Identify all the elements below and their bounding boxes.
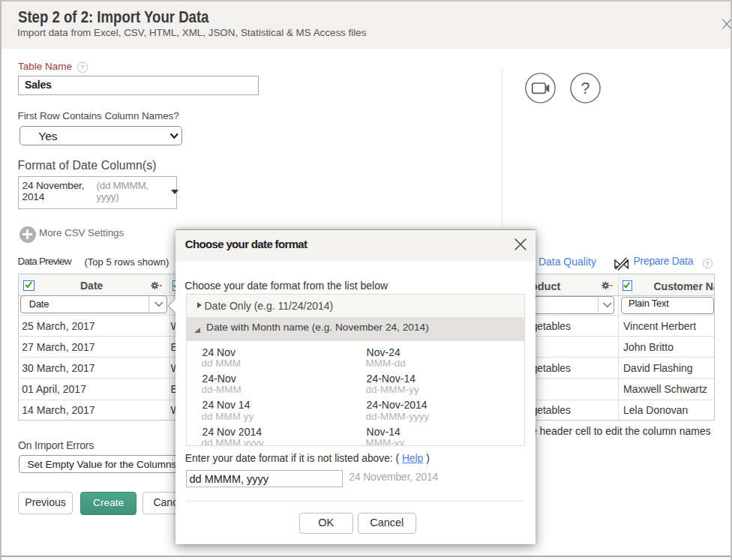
svg-text:?: ? <box>581 79 590 97</box>
